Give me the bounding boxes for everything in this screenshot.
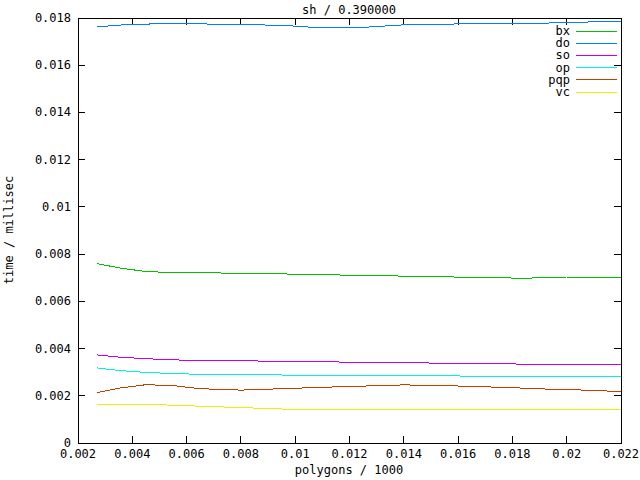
x-axis-label: polygons / 1000: [295, 463, 403, 477]
x-tick-label: 0.022: [603, 447, 639, 461]
plot-border: [78, 18, 621, 443]
y-axis-label: time / millisec: [2, 176, 16, 284]
y-tick-label: 0.014: [35, 105, 71, 119]
y-tick-label: 0: [64, 436, 71, 450]
x-tick-label: 0.016: [440, 447, 476, 461]
legend-entry-vc: vc: [556, 85, 617, 99]
y-tick-label: 0.006: [35, 294, 71, 308]
gnuplot-window: 0.0020.0040.0060.0080.010.0120.0140.0160…: [0, 0, 640, 480]
x-tick-label: 0.004: [114, 447, 150, 461]
y-tick-label: 0.002: [35, 389, 71, 403]
series-line-bx: [97, 264, 621, 279]
x-tick-label: 0.01: [281, 447, 310, 461]
y-tick-label: 0.008: [35, 247, 71, 261]
x-tick-label: 0.014: [386, 447, 422, 461]
legend: bxdosooppqpvc: [548, 24, 617, 99]
legend-label: vc: [556, 85, 570, 99]
y-tick-label: 0.004: [35, 342, 71, 356]
series-line-do: [97, 21, 621, 28]
x-tick-label: 0.018: [494, 447, 530, 461]
x-tick-label: 0.006: [169, 447, 205, 461]
x-tick-label: 0.012: [331, 447, 367, 461]
series-layer: [97, 21, 621, 410]
series-line-vc: [97, 404, 621, 410]
chart-title: sh / 0.390000: [302, 3, 396, 17]
x-tick-label: 0.02: [552, 447, 581, 461]
y-tick-label: 0.012: [35, 153, 71, 167]
y-tick-label: 0.018: [35, 11, 71, 25]
y-tick-label: 0.016: [35, 58, 71, 72]
y-tick-label: 0.01: [42, 200, 71, 214]
series-line-so: [97, 355, 621, 365]
chart-canvas: 0.0020.0040.0060.0080.010.0120.0140.0160…: [0, 0, 640, 480]
x-tick-label: 0.008: [223, 447, 259, 461]
series-line-pqp: [97, 385, 621, 393]
series-line-op: [97, 368, 621, 377]
